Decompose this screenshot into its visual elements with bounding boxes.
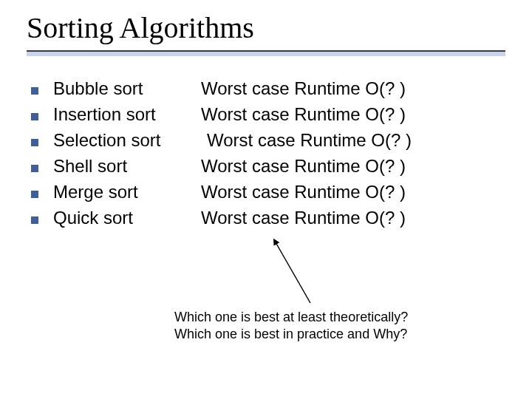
list-item: Selection sort Worst case Runtime O(? )	[31, 130, 504, 156]
runtime-text: Worst case Runtime O(? )	[201, 78, 406, 99]
algorithm-name: Shell sort	[53, 156, 201, 177]
content-area: Bubble sort Worst case Runtime O(? ) Ins…	[31, 78, 504, 233]
title-underline-light	[27, 52, 505, 56]
question-line-2: Which one is best in practice and Why?	[174, 326, 408, 343]
arrow-icon	[262, 236, 321, 310]
runtime-text: Worst case Runtime O(? )	[201, 182, 406, 202]
slide: Sorting Algorithms Bubble sort Worst cas…	[0, 0, 532, 399]
questions-block: Which one is best at least theoretically…	[174, 309, 408, 344]
list-item: Shell sort Worst case Runtime O(? )	[31, 156, 504, 182]
bullet-icon	[31, 113, 38, 120]
list-item: Merge sort Worst case Runtime O(? )	[31, 182, 504, 208]
algorithm-name: Insertion sort	[53, 104, 201, 125]
bullet-icon	[31, 139, 38, 146]
runtime-text: Worst case Runtime O(? )	[201, 208, 406, 228]
list-item: Quick sort Worst case Runtime O(? )	[31, 208, 504, 233]
question-line-1: Which one is best at least theoretically…	[174, 309, 408, 326]
algorithm-name: Selection sort	[53, 130, 201, 151]
slide-title: Sorting Algorithms	[27, 10, 254, 45]
algorithm-name: Quick sort	[53, 208, 201, 228]
bullet-icon	[31, 216, 38, 224]
bullet-icon	[31, 191, 38, 198]
runtime-text: Worst case Runtime O(? )	[201, 130, 412, 151]
list-item: Bubble sort Worst case Runtime O(? )	[31, 78, 504, 104]
list-item: Insertion sort Worst case Runtime O(? )	[31, 104, 504, 130]
runtime-text: Worst case Runtime O(? )	[201, 156, 406, 177]
algorithm-name: Bubble sort	[53, 78, 201, 99]
runtime-text: Worst case Runtime O(? )	[201, 104, 406, 125]
svg-line-0	[276, 242, 310, 303]
bullet-icon	[31, 87, 38, 95]
bullet-icon	[31, 165, 38, 172]
algorithm-name: Merge sort	[53, 182, 201, 202]
